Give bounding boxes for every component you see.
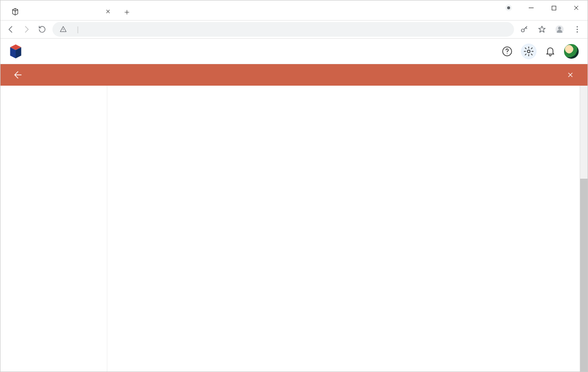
close-window-button[interactable] bbox=[565, 0, 588, 15]
scrollbar-thumb[interactable] bbox=[580, 179, 588, 372]
svg-point-8 bbox=[577, 31, 578, 32]
svg-point-6 bbox=[577, 26, 578, 27]
settings-button[interactable] bbox=[521, 44, 537, 59]
minimize-button[interactable] bbox=[520, 0, 542, 15]
account-chip-icon[interactable] bbox=[497, 0, 520, 15]
avatar[interactable] bbox=[564, 44, 579, 59]
close-tab-icon[interactable]: × bbox=[106, 8, 110, 16]
browser-toolbar: | bbox=[0, 20, 588, 39]
page-header bbox=[0, 64, 588, 86]
profile-icon[interactable] bbox=[554, 24, 565, 35]
notifications-button[interactable] bbox=[542, 44, 558, 59]
app-header bbox=[0, 39, 588, 64]
svg-point-1 bbox=[507, 6, 510, 9]
nav-forward-button[interactable] bbox=[21, 24, 32, 35]
address-bar[interactable]: | bbox=[52, 22, 514, 37]
help-button[interactable] bbox=[499, 44, 515, 59]
browser-tab[interactable]: × bbox=[4, 3, 117, 20]
back-button[interactable] bbox=[10, 68, 24, 82]
cube-icon bbox=[7, 43, 24, 60]
svg-point-7 bbox=[577, 29, 578, 30]
close-icon bbox=[567, 71, 574, 78]
key-icon[interactable] bbox=[519, 24, 530, 35]
content-area bbox=[0, 86, 588, 372]
maximize-button[interactable] bbox=[542, 0, 565, 15]
svg-rect-2 bbox=[552, 6, 556, 10]
cube-icon bbox=[11, 8, 19, 16]
window-controls bbox=[497, 0, 588, 15]
svg-point-11 bbox=[527, 50, 530, 53]
bookmark-star-icon[interactable] bbox=[537, 24, 547, 35]
not-secure-icon bbox=[59, 25, 67, 33]
new-tab-button[interactable] bbox=[120, 5, 134, 19]
close-settings-button[interactable] bbox=[567, 71, 578, 78]
svg-point-5 bbox=[558, 27, 561, 30]
vertical-scrollbar[interactable] bbox=[580, 86, 588, 372]
window-titlebar: × bbox=[0, 0, 588, 20]
reload-button[interactable] bbox=[37, 24, 48, 35]
main-panel bbox=[107, 86, 580, 372]
nav-back-button[interactable] bbox=[5, 24, 16, 35]
app-logo[interactable] bbox=[7, 43, 27, 60]
browser-menu-icon[interactable] bbox=[572, 24, 583, 35]
svg-point-10 bbox=[507, 53, 508, 54]
settings-sidebar bbox=[0, 86, 107, 372]
